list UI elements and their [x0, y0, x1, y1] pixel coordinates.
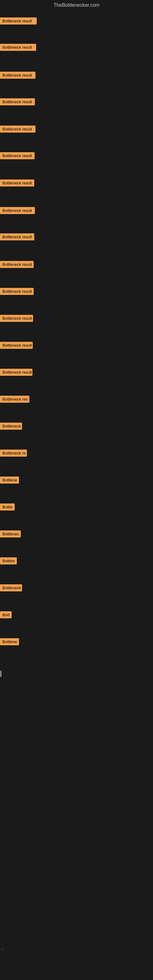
bottleneck-result-item[interactable]: Bottlen [0, 557, 17, 565]
bottleneck-result-item[interactable]: Bottleneck result [0, 72, 35, 79]
bottleneck-result-item[interactable]: Bottleneck result [0, 126, 35, 133]
bottleneck-result-item[interactable]: Bottleneck result [0, 152, 35, 159]
bottleneck-result-item[interactable]: Bottleneck result [0, 369, 32, 376]
text-cursor [1, 671, 1, 677]
bottleneck-result-item[interactable]: Bottleneck re [0, 450, 27, 457]
bottleneck-result-item[interactable]: Bottle [0, 503, 15, 511]
bottleneck-result-item[interactable]: Bottleneck [0, 584, 22, 591]
bottleneck-result-item[interactable]: Bottleneck result [0, 342, 33, 349]
bottleneck-result-item[interactable]: Bottleneck result [0, 315, 33, 322]
site-title: TheBottlenecker.com [0, 0, 153, 10]
bottleneck-result-item[interactable]: Bottlene [0, 638, 19, 645]
bottleneck-result-item[interactable]: Bottleneck result [0, 18, 37, 24]
bottleneck-result-item[interactable]: Bottleneck result [0, 288, 33, 295]
bottleneck-result-item[interactable]: Bottleneck [0, 423, 22, 430]
bottleneck-result-item[interactable]: Bottleneck result [0, 207, 35, 214]
bottleneck-result-item[interactable]: Bottleneck result [0, 98, 35, 105]
bottleneck-result-item[interactable]: Bottlene [0, 477, 19, 484]
bottleneck-result-item[interactable]: Bottleneck result [0, 44, 36, 51]
bottleneck-result-item[interactable]: Bottlenec [0, 530, 21, 538]
bottleneck-result-item[interactable]: Bottleneck result [0, 233, 34, 240]
footer-text: ... [1, 946, 4, 950]
bottleneck-result-item[interactable]: Bottleneck result [0, 180, 34, 186]
bottleneck-result-item[interactable]: Bott [0, 611, 12, 618]
bottleneck-result-item[interactable]: Bottleneck res [0, 396, 29, 403]
bottleneck-result-item[interactable]: Bottleneck result [0, 261, 33, 268]
